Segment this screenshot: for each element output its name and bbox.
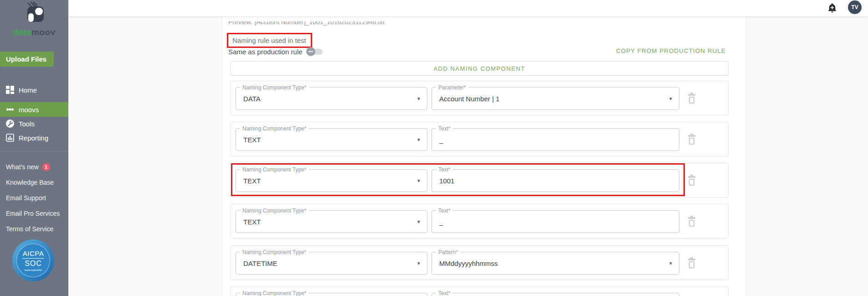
chevron-down-icon [416,219,421,224]
top-bar: TV [68,0,868,16]
sidebar-item-reporting[interactable]: Reporting [0,130,68,145]
wrench-icon [6,119,14,128]
whats-new-count-badge: 1 [42,163,50,171]
field-label: Naming Component Type* [240,290,309,296]
section-label: Naming rule used in test [232,36,306,44]
text-input[interactable]: Text* _ [431,210,679,233]
naming-component-type-select[interactable]: Naming Component Type* TEXT [236,128,427,151]
app-window: TV datamoov Upload Files [0,0,868,296]
chevron-down-icon [416,96,421,101]
naming-component-row: Naming Component Type* TEXT Text* 1001 [230,163,729,197]
field-label: Parameter* [436,84,468,91]
naming-component-type-select[interactable]: Naming Component Type* DATETIME [236,252,427,275]
field-label: Naming Component Type* [240,249,309,255]
chevron-down-icon [416,137,421,142]
field-label: Text* [436,166,453,173]
trash-icon[interactable] [686,133,697,146]
sidebar-item-home[interactable]: Home [0,83,68,97]
sidebar-item-label: Tools [19,120,35,128]
dashboard-icon [6,86,14,94]
sidebar-link-email-support[interactable]: Email Support [6,193,46,203]
sidebar-link-knowledge-base[interactable]: Knowledge Base [6,178,54,187]
same-as-production-toggle[interactable] [306,47,324,56]
field-label: Naming Component Type* [240,84,309,91]
naming-component-type-select[interactable]: Naming Component Type* TEXT [236,210,427,233]
field-label: Pattern* [436,249,460,255]
notification-bell-icon[interactable] [827,3,837,14]
naming-component-row: Naming Component Type* TEXT Text* _ [230,122,729,156]
upload-files-button[interactable]: Upload Files [0,52,54,67]
field-label: Text* [436,125,453,132]
chevron-down-icon [668,261,673,266]
dots-icon [6,105,14,114]
filename-preview: Preview: [Account Number]_1001_101620231… [228,17,385,26]
naming-component-row: Naming Component Type* DATETIME Pattern*… [230,245,729,280]
text-input[interactable]: Text* _ [431,128,679,151]
text-input[interactable]: Text* [431,293,679,296]
sidebar-item-label: moovs [19,106,39,114]
app-logo: datamoov [0,2,68,37]
naming-component-type-select[interactable]: Naming Component Type* TEXT [236,169,427,192]
pattern-select[interactable]: Pattern* MMddyyyyhhmmss [431,252,679,275]
add-naming-component-button[interactable]: ADD NAMING COMPONENT [230,61,729,76]
field-label: Naming Component Type* [240,125,309,132]
sidebar-link-email-pro-services[interactable]: Email Pro Services [6,209,60,218]
sidebar-item-tools[interactable]: Tools [0,116,68,131]
trash-icon[interactable] [686,92,697,105]
logo-wordmark: datamoov [0,27,68,37]
field-label: Text* [436,208,453,214]
text-input[interactable]: Text* 1001 [431,169,679,192]
logo-icon [18,2,50,28]
parameter-select[interactable]: Parameter* Account Number | 1 [431,87,679,110]
aicpa-soc-badge: AICPA SOC aicpa.org/soc4so [12,239,54,281]
sidebar-link-whats-new[interactable]: What's new 1 [6,162,50,171]
sidebar-item-moovs[interactable]: moovs [0,102,68,117]
bar-chart-icon [6,134,14,142]
sidebar-item-label: Reporting [19,134,48,142]
naming-component-type-select[interactable]: Naming Component Type* DATA [236,87,427,110]
trash-icon[interactable] [686,174,697,187]
field-label: Naming Component Type* [240,208,309,214]
chevron-down-icon [416,178,421,183]
sidebar: datamoov Upload Files Home moovs [0,0,68,296]
field-label: Text* [436,290,453,296]
sidebar-divider [0,151,68,152]
naming-component-type-select[interactable]: Naming Component Type* [236,293,427,296]
sidebar-link-terms-of-service[interactable]: Terms of Service [6,224,53,234]
same-as-production-row: Same as production rule [228,47,324,57]
trash-icon[interactable] [686,257,697,270]
toggle-knob-minus-icon [306,47,315,56]
naming-rule-used-in-test-highlight: Naming rule used in test [227,33,312,48]
copy-from-production-rule-button[interactable]: COPY FROM PRODUCTION RULE [616,47,726,54]
chevron-down-icon [416,261,421,266]
field-label: Naming Component Type* [240,166,309,173]
naming-component-row: Naming Component Type* TEXT Text* _ [230,204,729,239]
trash-icon[interactable] [686,215,697,228]
user-avatar[interactable]: TV [848,0,862,14]
naming-rule-panel: Preview: [Account Number]_1001_101620231… [222,0,746,296]
sidebar-item-label: Home [19,86,37,94]
toggle-label: Same as production rule [228,48,303,56]
naming-component-row: Naming Component Type* Text* [230,286,729,296]
chevron-down-icon [668,96,673,101]
naming-component-row: Naming Component Type* DATA Parameter* A… [230,81,729,115]
